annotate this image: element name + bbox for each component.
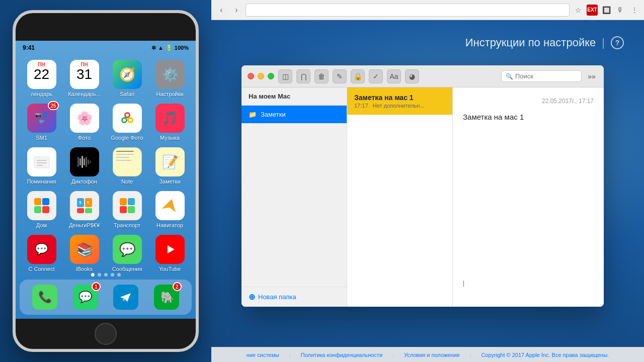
sidebar-toggle-button[interactable]: ◫ bbox=[278, 69, 292, 83]
note-title-0: Заметка на мас 1 bbox=[354, 94, 445, 102]
note-body-text: Заметка на мас 1 bbox=[463, 112, 594, 123]
footer-sep-2: | bbox=[392, 352, 394, 358]
footer-system-link[interactable]: ние системы bbox=[247, 352, 279, 358]
sidebar-item-notes[interactable]: 📁 Заметки bbox=[242, 106, 347, 123]
app-item-sm1[interactable]: 📷👤🐦 25 SM1 bbox=[23, 104, 60, 142]
forward-button[interactable]: › bbox=[230, 4, 243, 16]
dock-icon-telegram bbox=[113, 285, 138, 310]
compose-button[interactable]: ✎ bbox=[333, 69, 347, 83]
svg-rect-14 bbox=[86, 157, 87, 167]
app-item-connect[interactable]: 💬 С Connect bbox=[23, 235, 60, 274]
page-dots bbox=[16, 273, 196, 277]
app-item-money[interactable]: $ € ДеньгиP$€¥ bbox=[65, 191, 103, 230]
app-item-transport[interactable]: Транспорт bbox=[108, 191, 146, 230]
app-icon-ibooks: 📚 bbox=[70, 235, 99, 264]
phone-notch bbox=[75, 23, 136, 32]
dot-1 bbox=[91, 273, 95, 277]
format-button[interactable]: Aa bbox=[387, 69, 401, 83]
app-label-connect: С Connect bbox=[29, 266, 55, 272]
app-label-notes: Заметки bbox=[159, 178, 180, 185]
dock-item-whatsapp[interactable]: 💬 1 bbox=[73, 285, 98, 310]
sidebar-header: На моем Mac bbox=[242, 87, 347, 106]
note-preview-0: Нет дополнительн... bbox=[373, 103, 425, 109]
dot-4 bbox=[111, 273, 114, 277]
mic-icon[interactable]: 🎙 bbox=[615, 5, 626, 16]
ext1-icon[interactable]: EXT bbox=[587, 5, 598, 16]
note-time-0: 17:17 bbox=[354, 103, 368, 109]
app-item-gphotos[interactable]: Google Фото bbox=[108, 104, 146, 142]
note-date: 22.05.2017г., 17:17 bbox=[463, 98, 594, 105]
app-item-calendar2[interactable]: ПН 31 Календарь... bbox=[65, 60, 103, 99]
app-item-safari[interactable]: 🧭 Safari bbox=[108, 60, 146, 99]
dot-2 bbox=[98, 273, 101, 277]
dock-item-evernote[interactable]: 🐘 2 bbox=[154, 285, 179, 310]
app-item-note[interactable]: Note bbox=[108, 147, 146, 186]
app-icon-music: 🎵 bbox=[155, 104, 185, 133]
dock-item-phone[interactable]: 📞 bbox=[32, 285, 57, 310]
share-button[interactable]: ◕ bbox=[405, 69, 419, 83]
app-icon-reminders bbox=[27, 147, 56, 176]
app-item-photos[interactable]: 🌸 Фото bbox=[65, 104, 103, 142]
delete-button[interactable]: 🗑 bbox=[314, 69, 329, 83]
app-item-ibooks[interactable]: 📚 iBooks bbox=[65, 235, 103, 274]
evernote-badge: 2 bbox=[173, 282, 182, 291]
phone: 9:41 ✲ ▲ 🔋 100% ПН 22 bbox=[13, 10, 199, 352]
app-label-youtube: YouTube bbox=[159, 266, 181, 272]
sidebar-spacer bbox=[242, 123, 347, 287]
footer-sep-3: | bbox=[470, 352, 471, 358]
search-input[interactable] bbox=[515, 72, 576, 80]
status-bar: 9:41 ✲ ▲ 🔋 100% bbox=[16, 41, 196, 55]
note-text-content: Заметка на мас 1 bbox=[463, 113, 524, 121]
svg-marker-17 bbox=[162, 197, 178, 212]
maximize-button[interactable] bbox=[268, 73, 274, 79]
dock-item-telegram[interactable] bbox=[113, 285, 138, 310]
app-icon-home bbox=[27, 191, 56, 220]
app-item-youtube[interactable]: YouTube bbox=[151, 235, 189, 274]
footer-sep-1: | bbox=[289, 352, 291, 358]
app-label-safari: Safari bbox=[120, 91, 134, 97]
dock-icon-whatsapp: 💬 1 bbox=[73, 285, 98, 310]
app-item-reminders[interactable]: Поминания bbox=[23, 147, 60, 186]
help-button[interactable]: ? bbox=[611, 36, 624, 49]
home-button[interactable] bbox=[95, 323, 117, 345]
phone-screen: 9:41 ✲ ▲ 🔋 100% ПН 22 bbox=[16, 41, 196, 319]
new-folder-button[interactable]: ⊕ Новая папка bbox=[242, 287, 347, 307]
star-icon[interactable]: ☆ bbox=[573, 5, 584, 16]
app-label-calendar2: Календарь... bbox=[68, 91, 101, 97]
close-button[interactable] bbox=[248, 73, 254, 79]
chevron-button[interactable]: »» bbox=[586, 70, 598, 82]
svg-rect-13 bbox=[84, 158, 85, 165]
footer-terms-link[interactable]: Условия и положения bbox=[404, 352, 460, 358]
notes-list: Заметка на мас 1 17:17 Нет дополнительн.… bbox=[347, 87, 453, 307]
note-item-0[interactable]: Заметка на мас 1 17:17 Нет дополнительн.… bbox=[347, 87, 452, 115]
back-button[interactable]: ‹ bbox=[215, 4, 227, 16]
app-item-dictaphone[interactable]: Диктофон bbox=[65, 147, 103, 186]
svg-point-3 bbox=[126, 114, 129, 117]
phone-home-area bbox=[16, 319, 196, 349]
search-box[interactable]: 🔍 bbox=[501, 70, 582, 82]
menu-icon[interactable]: ⋮ bbox=[629, 5, 640, 16]
app-item-music[interactable]: 🎵 Музыка bbox=[151, 104, 189, 142]
app-icon-social: 📷👤🐦 25 bbox=[27, 104, 56, 133]
footer-privacy-link[interactable]: Политика конфиденциальности bbox=[301, 352, 382, 358]
address-bar[interactable] bbox=[246, 4, 570, 17]
app-item-calendar[interactable]: ПН 22 лендарь bbox=[23, 60, 60, 99]
grid-view-button[interactable]: ⋂ bbox=[296, 69, 310, 83]
notes-sidebar: На моем Mac 📁 Заметки ⊕ Новая папка bbox=[242, 87, 347, 307]
app-item-settings[interactable]: ⚙️ Настройки bbox=[151, 60, 189, 99]
wifi-icon: ▲ bbox=[158, 45, 164, 51]
check-button[interactable]: ✓ bbox=[369, 69, 383, 83]
app-item-home[interactable]: Дом bbox=[23, 191, 60, 230]
app-label-money: ДеньгиP$€¥ bbox=[69, 222, 100, 228]
app-item-notes[interactable]: 📝 Заметки bbox=[151, 147, 189, 186]
notes-content[interactable]: 22.05.2017г., 17:17 Заметка на мас 1 | bbox=[453, 87, 604, 307]
ext2-icon[interactable]: 🔲 bbox=[601, 5, 612, 16]
apple-footer: ние системы | Политика конфиденциальност… bbox=[211, 347, 644, 362]
app-item-messages[interactable]: 💬 Сообщения bbox=[108, 235, 146, 274]
app-item-navigator[interactable]: Навигатор bbox=[151, 191, 189, 230]
lock-button[interactable]: 🔒 bbox=[351, 69, 365, 83]
bluetooth-icon: ✲ bbox=[151, 45, 156, 51]
minimize-button[interactable] bbox=[258, 73, 264, 79]
phone-notch-area bbox=[16, 13, 196, 41]
app-icon-dictaphone bbox=[70, 147, 99, 176]
